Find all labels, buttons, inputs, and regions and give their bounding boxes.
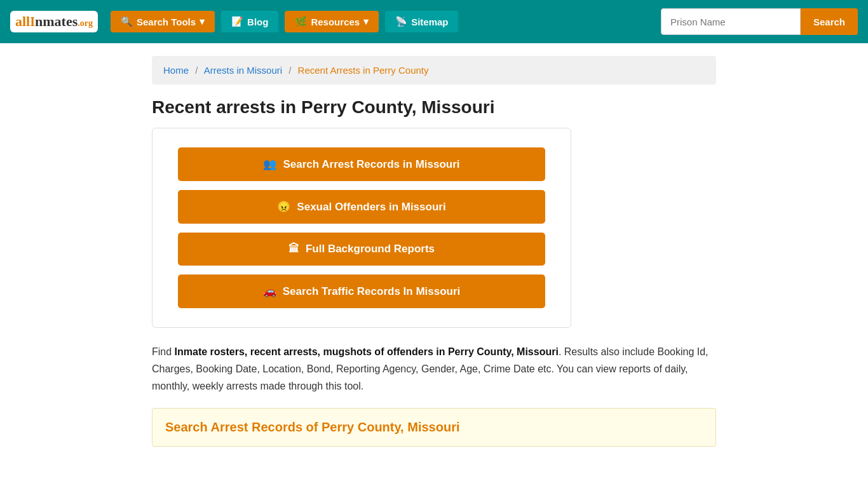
section-box-title: Search Arrest Records of Perry County, M… bbox=[165, 420, 703, 435]
description-text: Find Inmate rosters, recent arrests, mug… bbox=[152, 343, 716, 395]
background-reports-button[interactable]: 🏛 Full Background Reports bbox=[178, 233, 545, 266]
breadcrumb: Home / Arrests in Missouri / Recent Arre… bbox=[152, 56, 716, 85]
chevron-down-icon-resources: ▾ bbox=[363, 16, 369, 27]
search-arrest-label: Search Arrest Records in Missouri bbox=[283, 158, 459, 171]
resources-label: Resources bbox=[311, 17, 360, 27]
traffic-records-button[interactable]: 🚗 Search Traffic Records In Missouri bbox=[178, 274, 545, 308]
sitemap-label: Sitemap bbox=[411, 17, 448, 27]
sexual-offenders-button[interactable]: 😠 Sexual Offenders in Missouri bbox=[178, 190, 545, 224]
search-input[interactable] bbox=[661, 8, 801, 35]
description-bold: Inmate rosters, recent arrests, mugshots… bbox=[175, 346, 559, 357]
people-icon: 👥 bbox=[263, 158, 276, 171]
search-button[interactable]: Search bbox=[801, 8, 858, 35]
description-prefix: Find bbox=[152, 346, 175, 357]
car-icon: 🚗 bbox=[263, 285, 276, 298]
page-title: Recent arrests in Perry County, Missouri bbox=[152, 97, 716, 118]
main-content: Home / Arrests in Missouri / Recent Arre… bbox=[142, 43, 726, 459]
breadcrumb-home[interactable]: Home bbox=[163, 65, 189, 76]
logo[interactable]: allInmates.org bbox=[10, 11, 98, 32]
search-tools-label: Search Tools bbox=[137, 17, 196, 27]
blog-label: Blog bbox=[247, 17, 268, 27]
breadcrumb-separator-1: / bbox=[195, 65, 198, 76]
chevron-down-icon: ▾ bbox=[200, 16, 205, 27]
sitemap-button[interactable]: 📡 Sitemap bbox=[385, 11, 458, 32]
sexual-offenders-label: Sexual Offenders in Missouri bbox=[297, 201, 445, 214]
traffic-records-label: Search Traffic Records In Missouri bbox=[283, 285, 461, 298]
resources-button[interactable]: 🌿 Resources ▾ bbox=[285, 11, 379, 32]
background-reports-label: Full Background Reports bbox=[306, 243, 435, 255]
blog-button[interactable]: 📝 Blog bbox=[221, 11, 278, 32]
sitemap-icon: 📡 bbox=[395, 16, 407, 27]
breadcrumb-arrests[interactable]: Arrests in Missouri bbox=[204, 65, 282, 76]
search-tools-icon: 🔍 bbox=[121, 16, 133, 27]
search-tools-button[interactable]: 🔍 Search Tools ▾ bbox=[111, 11, 215, 32]
building-icon: 🏛 bbox=[288, 243, 299, 255]
offender-icon: 😠 bbox=[277, 200, 290, 214]
navbar-search: Search bbox=[661, 8, 858, 35]
breadcrumb-current: Recent Arrests in Perry County bbox=[298, 65, 429, 76]
action-buttons-box: 👥 Search Arrest Records in Missouri 😠 Se… bbox=[152, 128, 571, 328]
blog-icon: 📝 bbox=[231, 16, 243, 27]
search-btn-label: Search bbox=[813, 17, 845, 27]
breadcrumb-separator-2: / bbox=[288, 65, 291, 76]
resources-icon: 🌿 bbox=[295, 16, 307, 27]
navbar: allInmates.org 🔍 Search Tools ▾ 📝 Blog 🌿… bbox=[0, 0, 868, 43]
search-arrest-records-button[interactable]: 👥 Search Arrest Records in Missouri bbox=[178, 147, 545, 181]
section-box: Search Arrest Records of Perry County, M… bbox=[152, 408, 716, 447]
